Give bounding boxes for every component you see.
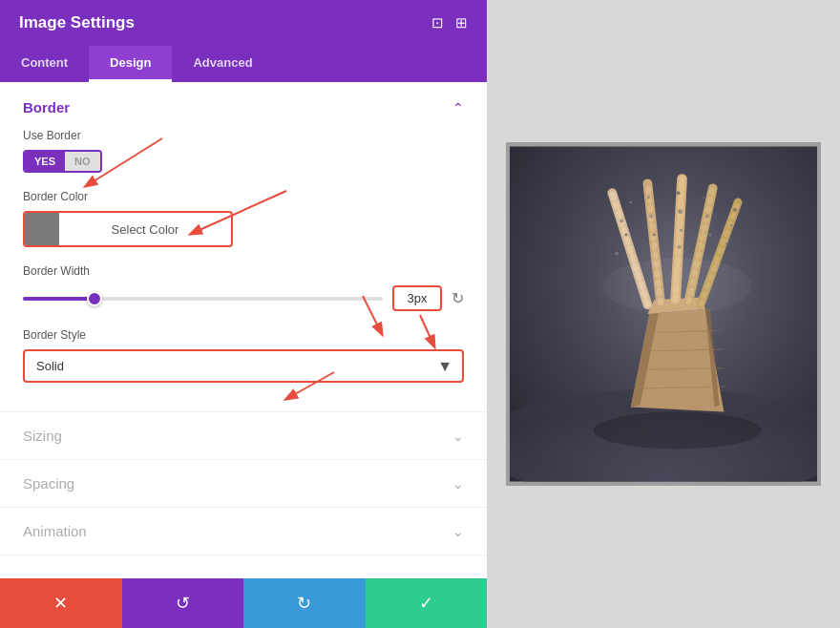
border-chevron-icon: ⌃ xyxy=(452,100,464,115)
svg-point-36 xyxy=(725,242,728,245)
animation-title: Animation xyxy=(23,523,87,539)
undo-button[interactable]: ↺ xyxy=(122,578,244,628)
use-border-toggle-row: YES NO xyxy=(23,150,464,173)
tab-design[interactable]: Design xyxy=(89,46,172,82)
svg-point-25 xyxy=(680,229,682,232)
border-section: Border ⌃ Use Border YES NO Border Color xyxy=(0,82,487,412)
redo-icon: ↻ xyxy=(297,593,311,614)
border-section-content: Use Border YES NO Border Color Select Co… xyxy=(0,129,487,411)
panel-header: Image Settings ⊡ ⊞ xyxy=(0,0,487,46)
svg-point-15 xyxy=(629,200,632,203)
sizing-title: Sizing xyxy=(23,428,62,444)
svg-point-24 xyxy=(677,191,681,195)
confirm-button[interactable]: ✓ xyxy=(366,578,488,628)
use-border-label: Use Border xyxy=(23,129,464,142)
reset-icon[interactable]: ↻ xyxy=(452,289,464,307)
toggle-yes[interactable]: YES xyxy=(25,152,65,171)
border-color-label: Border Color xyxy=(23,190,464,203)
border-section-header[interactable]: Border ⌃ xyxy=(0,82,487,129)
toggle-no[interactable]: NO xyxy=(65,152,100,171)
svg-point-26 xyxy=(678,245,682,249)
color-swatch xyxy=(25,213,59,245)
svg-point-12 xyxy=(620,219,623,222)
svg-point-20 xyxy=(647,197,650,199)
svg-point-30 xyxy=(702,197,704,199)
svg-point-23 xyxy=(678,209,682,214)
slider-container xyxy=(23,297,383,301)
border-color-row: Border Color Select Color xyxy=(23,190,464,247)
svg-point-38 xyxy=(594,411,762,449)
svg-point-13 xyxy=(625,234,628,237)
border-width-row: Border Width 3px ↻ xyxy=(23,264,464,311)
border-style-select-wrap: None Solid Dashed Dotted Double ▼ xyxy=(23,349,464,383)
svg-point-31 xyxy=(708,233,712,237)
svg-point-35 xyxy=(733,208,737,212)
animation-chevron-icon: ⌄ xyxy=(452,524,464,539)
grid-icon[interactable]: ⊡ xyxy=(431,14,444,31)
cancel-icon: ✕ xyxy=(53,593,68,614)
panel-title: Image Settings xyxy=(19,13,135,32)
tabs-bar: Content Design Advanced xyxy=(0,46,487,82)
undo-icon: ↺ xyxy=(176,593,190,614)
header-icons: ⊡ ⊞ xyxy=(431,14,468,31)
slider-fill xyxy=(23,297,94,301)
panel-footer: ✕ ↺ ↻ ✓ xyxy=(0,578,487,628)
border-style-select[interactable]: None Solid Dashed Dotted Double xyxy=(23,349,464,383)
border-color-button[interactable]: Select Color xyxy=(23,211,233,247)
svg-point-29 xyxy=(705,215,709,219)
panel-body: Border ⌃ Use Border YES NO Border Color xyxy=(0,82,487,578)
spacing-title: Spacing xyxy=(23,475,74,492)
border-width-value[interactable]: 3px xyxy=(392,285,442,311)
select-color-text: Select Color xyxy=(59,222,231,237)
slider-thumb[interactable] xyxy=(87,291,102,306)
food-image xyxy=(510,142,817,486)
svg-point-37 xyxy=(603,258,752,314)
slider-track xyxy=(23,297,383,301)
cancel-button[interactable]: ✕ xyxy=(0,578,122,628)
layout-icon[interactable]: ⊞ xyxy=(455,14,468,31)
sizing-chevron-icon: ⌄ xyxy=(452,429,464,444)
svg-point-18 xyxy=(649,215,653,219)
animation-section[interactable]: Animation ⌄ xyxy=(0,508,487,555)
spacing-section[interactable]: Spacing ⌄ xyxy=(0,460,487,508)
sizing-section[interactable]: Sizing ⌄ xyxy=(0,412,487,460)
border-section-title: Border xyxy=(23,99,70,115)
spacing-chevron-icon: ⌄ xyxy=(452,476,464,492)
use-border-toggle[interactable]: YES NO xyxy=(23,150,102,173)
preview-area xyxy=(487,0,840,628)
redo-button[interactable]: ↻ xyxy=(243,578,366,628)
slider-row: 3px ↻ xyxy=(23,285,464,311)
tab-content[interactable]: Content xyxy=(0,46,89,82)
confirm-icon: ✓ xyxy=(419,593,433,614)
svg-point-14 xyxy=(615,252,619,256)
settings-panel: Image Settings ⊡ ⊞ Content Design Advanc… xyxy=(0,0,487,628)
border-style-label: Border Style xyxy=(23,328,464,342)
tab-advanced[interactable]: Advanced xyxy=(172,46,273,82)
svg-point-19 xyxy=(653,234,656,237)
svg-point-34 xyxy=(730,224,733,227)
border-width-label: Border Width xyxy=(23,264,464,278)
border-style-row: Border Style None Solid Dashed Dotted Do… xyxy=(23,328,464,383)
image-frame xyxy=(506,142,821,486)
